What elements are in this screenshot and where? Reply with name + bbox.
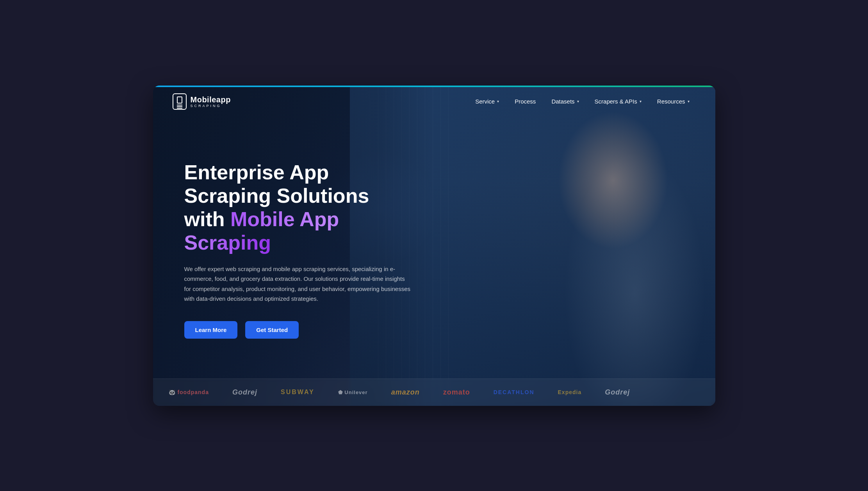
navbar: Mobileapp SCRAPING Service ▾ Process Dat… — [153, 86, 715, 118]
hero-buttons: Learn More Get Started — [184, 321, 411, 339]
logo[interactable]: Mobileapp SCRAPING — [173, 93, 231, 110]
brand-expedia: Expedia — [558, 389, 582, 395]
nav-item-datasets[interactable]: Datasets ▾ — [545, 94, 585, 109]
chevron-down-icon-2: ▾ — [577, 99, 579, 104]
brand-foodpanda: 🐼 foodpanda — [169, 389, 209, 395]
logo-text: Mobileapp SCRAPING — [191, 95, 231, 108]
brand-zomato: zomato — [443, 388, 470, 396]
hero-description: We offer expert web scraping and mobile … — [184, 264, 411, 304]
brand-godrej-1: Godrej — [232, 388, 257, 396]
nav-process-label: Process — [515, 98, 536, 105]
brands-bar: 🐼 foodpanda Godrej SUBWAY ⬟ Unilever ama… — [153, 379, 715, 406]
nav-item-process[interactable]: Process — [508, 94, 542, 109]
hero-section: Mobileapp SCRAPING Service ▾ Process Dat… — [153, 86, 715, 406]
nav-item-service[interactable]: Service ▾ — [469, 94, 505, 109]
brand-godrej-2: Godrej — [605, 388, 630, 396]
nav-item-resources[interactable]: Resources ▾ — [651, 94, 696, 109]
brand-amazon: amazon — [391, 388, 420, 396]
nav-service-label: Service — [475, 98, 495, 105]
logo-main-text: Mobileapp — [191, 95, 231, 104]
nav-datasets-label: Datasets — [551, 98, 574, 105]
nav-resources-label: Resources — [657, 98, 685, 105]
top-gradient-bar — [153, 86, 715, 87]
hero-content: Enterprise App Scraping Solutions with M… — [153, 118, 434, 406]
chevron-down-icon: ▾ — [497, 99, 499, 104]
brand-subway: SUBWAY — [281, 389, 315, 396]
chevron-down-icon-3: ▾ — [640, 99, 642, 104]
browser-window: Mobileapp SCRAPING Service ▾ Process Dat… — [153, 86, 715, 406]
hero-title-line2-plain: with — [184, 208, 230, 230]
brand-unilever: ⬟ Unilever — [338, 389, 368, 395]
nav-item-scrapers[interactable]: Scrapers & APIs ▾ — [588, 94, 648, 109]
logo-icon — [173, 93, 187, 110]
nav-scrapers-label: Scrapers & APIs — [595, 98, 637, 105]
logo-sub-text: SCRAPING — [191, 104, 231, 108]
hero-title-line1: Enterprise App Scraping Solutions — [184, 161, 369, 207]
hero-title: Enterprise App Scraping Solutions with M… — [184, 161, 411, 254]
chevron-down-icon-4: ▾ — [688, 99, 690, 104]
get-started-button[interactable]: Get Started — [245, 321, 299, 339]
learn-more-button[interactable]: Learn More — [184, 321, 238, 339]
brands-track: 🐼 foodpanda Godrej SUBWAY ⬟ Unilever ama… — [153, 388, 646, 396]
brand-decathlon: DECATHLON — [494, 389, 535, 395]
nav-links: Service ▾ Process Datasets ▾ Scrapers & … — [469, 94, 695, 109]
